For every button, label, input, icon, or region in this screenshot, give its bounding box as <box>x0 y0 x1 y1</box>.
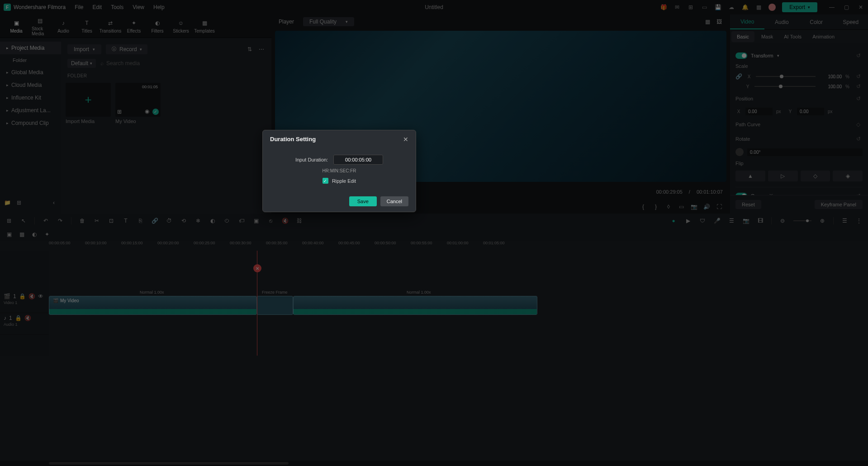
modal-title: Duration Setting <box>270 136 316 143</box>
ripple-edit-label: Ripple Edit <box>332 178 356 184</box>
ripple-edit-checkbox[interactable]: ✓ <box>323 178 328 184</box>
ripple-edit-row: ✓ Ripple Edit <box>274 178 405 184</box>
modal-overlay[interactable] <box>0 0 868 466</box>
modal-close-icon[interactable]: ✕ <box>403 136 408 143</box>
cancel-button[interactable]: Cancel <box>380 196 408 206</box>
duration-input-row: Input Duration: <box>274 153 405 166</box>
modal-footer: Save Cancel <box>263 191 416 212</box>
modal-body: Input Duration: HR:MIN:SEC:FR ✓ Ripple E… <box>263 148 416 191</box>
save-button[interactable]: Save <box>349 196 377 206</box>
duration-setting-modal: Duration Setting ✕ Input Duration: HR:MI… <box>262 130 416 212</box>
input-duration-label: Input Duration: <box>295 157 328 162</box>
duration-input[interactable] <box>333 155 383 165</box>
duration-format-hint: HR:MIN:SEC:FR <box>274 166 405 178</box>
modal-header: Duration Setting ✕ <box>263 130 416 148</box>
